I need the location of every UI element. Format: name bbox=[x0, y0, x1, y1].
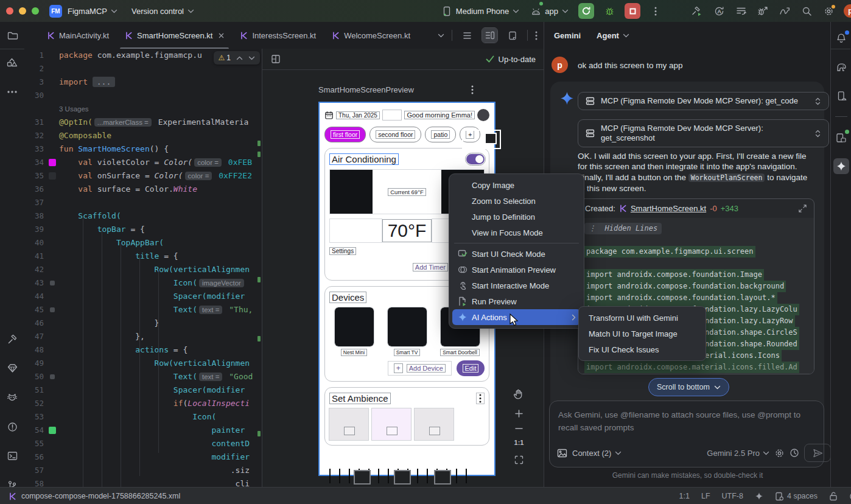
caret-position[interactable]: 1:1 bbox=[679, 492, 690, 500]
more-tool-windows-icon[interactable] bbox=[4, 84, 20, 100]
menu-item-start-interactive-mode[interactable]: Start Interactive Mode bbox=[452, 278, 581, 293]
window-zoom-button[interactable] bbox=[32, 7, 39, 15]
ac-toggle[interactable] bbox=[466, 154, 485, 164]
add-device-button[interactable]: + Add Device bbox=[388, 361, 452, 376]
device-smart-tv[interactable]: Smart TV bbox=[382, 307, 432, 356]
created-file-link[interactable]: SmartHomeScreen.kt bbox=[631, 204, 706, 213]
run-button[interactable] bbox=[578, 3, 594, 19]
indent-setting[interactable]: 4 spaces bbox=[775, 492, 818, 501]
zoom-level[interactable]: 1:1 bbox=[514, 439, 524, 446]
preview-options-kebab-icon[interactable] bbox=[471, 85, 474, 94]
open-diff-icon[interactable] bbox=[798, 204, 807, 213]
ac-card-title[interactable]: Air Conditioning bbox=[329, 153, 399, 165]
resource-manager-icon[interactable] bbox=[4, 55, 20, 71]
menu-item-view-in-focus-mode[interactable]: View in Focus Mode bbox=[452, 225, 581, 240]
ambience-tile[interactable] bbox=[329, 408, 368, 440]
ambience-tile[interactable] bbox=[372, 408, 411, 440]
ac-settings-link[interactable]: Settings bbox=[329, 247, 356, 255]
zoom-in-icon[interactable] bbox=[514, 409, 524, 418]
context-selector[interactable]: Context (2) bbox=[572, 449, 622, 458]
close-tab-icon[interactable] bbox=[219, 33, 224, 38]
device-selector[interactable]: Medium Phone bbox=[441, 3, 519, 19]
problems-icon[interactable] bbox=[4, 419, 20, 435]
chip-patio[interactable]: patio bbox=[425, 127, 456, 142]
menu-item-start-animation-preview[interactable]: Start Animation Preview bbox=[452, 262, 581, 278]
attach-debugger-icon[interactable] bbox=[754, 3, 772, 19]
plugins-icon[interactable] bbox=[4, 360, 20, 376]
gutter-color-swatch[interactable] bbox=[50, 307, 55, 312]
menu-item-start-ui-check-mode[interactable]: Start UI Check Mode bbox=[452, 246, 581, 262]
tab-mainactivity-kt[interactable]: MainActivity.kt bbox=[39, 22, 117, 49]
build-tool-icon[interactable] bbox=[4, 331, 20, 347]
menu-item-jump-to-definition[interactable]: Jump to Definition bbox=[452, 209, 581, 225]
hidden-lines-chip[interactable]: ⋮ Hidden Lines bbox=[584, 223, 662, 234]
device-nest-mini[interactable]: Nest Mini bbox=[329, 307, 379, 356]
settings-icon[interactable] bbox=[819, 3, 838, 19]
edit-devices-button[interactable]: Edit bbox=[457, 360, 485, 376]
expand-chevron-icon[interactable] bbox=[814, 97, 821, 106]
menu-item-copy-image[interactable]: Copy Image bbox=[452, 177, 581, 193]
ac-target-temp[interactable]: 70°F bbox=[382, 219, 432, 242]
expand-chevron-icon[interactable] bbox=[814, 129, 821, 138]
line-separator[interactable]: LF bbox=[701, 492, 710, 500]
tab-interestsscreen-kt[interactable]: InterestsScreen.kt bbox=[232, 22, 324, 49]
more-actions-button[interactable] bbox=[646, 3, 665, 19]
window-minimize-button[interactable] bbox=[19, 7, 26, 15]
device-manager-icon[interactable] bbox=[833, 88, 849, 103]
code-view-button[interactable] bbox=[460, 28, 475, 43]
tab-smarthomescreen-kt[interactable]: SmartHomeScreen.kt bbox=[117, 22, 232, 49]
project-selector[interactable]: FigmaMCP bbox=[68, 7, 117, 16]
split-view-button[interactable] bbox=[482, 28, 497, 43]
file-encoding[interactable]: UTF-8 bbox=[722, 492, 743, 500]
prev-problem-icon[interactable] bbox=[236, 56, 243, 60]
selection-handle[interactable] bbox=[462, 130, 501, 149]
next-problem-icon[interactable] bbox=[248, 56, 255, 60]
send-button[interactable] bbox=[804, 444, 831, 462]
tab-list-chevron-icon[interactable] bbox=[438, 33, 444, 38]
agent-mode-selector[interactable]: Agent bbox=[597, 31, 629, 40]
inspection-widget[interactable]: ⚠ 1 bbox=[214, 51, 260, 65]
ambience-tile[interactable] bbox=[415, 408, 454, 440]
scroll-to-bottom-button[interactable]: Scroll to bottom bbox=[648, 378, 729, 396]
model-selector[interactable]: Gemini 2.5 Pro bbox=[707, 449, 769, 458]
gradle-icon[interactable] bbox=[833, 59, 849, 75]
chat-settings-icon[interactable] bbox=[774, 448, 785, 458]
gemini-status-icon[interactable] bbox=[755, 492, 763, 500]
submenu-item-match-ui-to-target-image[interactable]: Match UI to Target Image bbox=[582, 326, 702, 341]
debug-button[interactable] bbox=[600, 3, 618, 19]
profiler-icon[interactable]: A bbox=[710, 3, 728, 19]
logcat-icon[interactable] bbox=[4, 390, 20, 405]
run-configuration-selector[interactable]: app bbox=[530, 3, 569, 19]
tool-call-get-code[interactable]: MCP (Figma Remote Dev Mode MCP Server): … bbox=[578, 92, 829, 110]
user-avatar[interactable]: p bbox=[844, 4, 851, 18]
zoom-out-icon[interactable] bbox=[514, 427, 524, 430]
gutter-color-swatch[interactable] bbox=[49, 427, 56, 434]
submenu-item-fix-ui-check-issues[interactable]: Fix UI Check Issues bbox=[582, 341, 702, 357]
phone-date[interactable]: Thu, Jan 2025 bbox=[336, 111, 380, 119]
tab-welcomescreen-kt[interactable]: WelcomeScreen.kt bbox=[324, 22, 418, 49]
phone-avatar[interactable] bbox=[477, 109, 489, 121]
window-close-button[interactable] bbox=[6, 7, 13, 15]
gutter-color-swatch[interactable] bbox=[49, 159, 56, 166]
design-view-button[interactable] bbox=[505, 28, 520, 43]
menu-item-run-preview[interactable]: Run Preview bbox=[452, 293, 581, 309]
chat-input[interactable] bbox=[557, 407, 821, 441]
code-editor[interactable]: 1package com.example.figmamcp.u23import … bbox=[24, 49, 262, 487]
chip-second-floor[interactable]: second floor bbox=[369, 127, 421, 142]
submenu-item-transform-ui-with-gemini[interactable]: Transform UI with Gemini bbox=[582, 310, 702, 326]
notifications-icon[interactable] bbox=[833, 30, 849, 46]
running-devices-icon[interactable] bbox=[833, 130, 849, 145]
menu-item-zoom-to-selection[interactable]: Zoom to Selection bbox=[452, 193, 581, 209]
ai-transform-icon[interactable] bbox=[776, 3, 794, 19]
ambience-card[interactable]: Set Ambience bbox=[324, 387, 489, 446]
phone-greeting[interactable]: Good morning Emma! bbox=[404, 111, 475, 119]
attach-image-icon[interactable] bbox=[557, 449, 567, 458]
ac-add-timer-button[interactable]: Add Timer bbox=[413, 263, 448, 271]
ambience-kebab-icon[interactable] bbox=[476, 393, 485, 404]
preview-layout-icon[interactable] bbox=[271, 54, 281, 64]
gutter-color-swatch[interactable] bbox=[50, 374, 55, 379]
chip-first-floor[interactable]: first floor bbox=[324, 127, 366, 142]
status-file-name[interactable]: compose-compose-model-1758866285245.xml bbox=[21, 492, 180, 500]
zoom-to-fit-icon[interactable] bbox=[514, 455, 524, 464]
vcs-menu[interactable]: Version control bbox=[131, 7, 194, 16]
